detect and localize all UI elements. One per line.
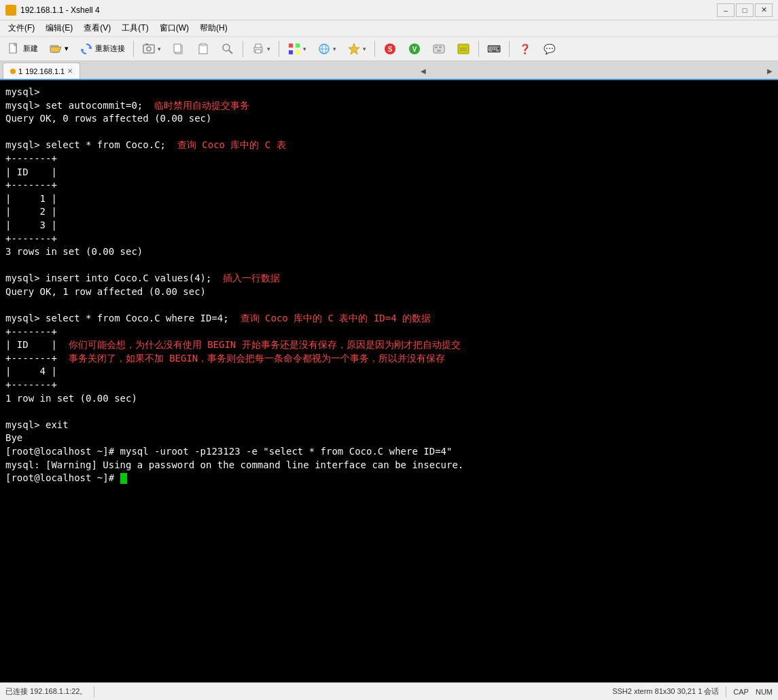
message-button[interactable]: 💬	[537, 39, 561, 59]
terminal[interactable]: mysql> mysql> set autocommit=0; 临时禁用自动提交…	[0, 80, 778, 682]
tab-number: 1	[18, 67, 22, 75]
screenshot-button[interactable]: ▾	[137, 39, 166, 59]
menu-edit[interactable]: 编辑(E)	[40, 21, 78, 35]
k2-icon	[457, 42, 470, 56]
svg-rect-1	[14, 43, 16, 46]
svg-rect-19	[296, 43, 300, 48]
close-button[interactable]: ✕	[755, 3, 773, 17]
svg-rect-16	[255, 44, 261, 48]
copy-icon	[172, 42, 185, 56]
line-1: mysql>	[5, 86, 40, 97]
line-18: +-------+ 事务关闭了，如果不加 BEGIN，事务则会把每一条命令都视为…	[5, 353, 445, 364]
line-25: mysql: [Warning] Using a password on the…	[5, 459, 463, 470]
menu-window[interactable]: 窗口(W)	[154, 21, 194, 35]
favorites-button[interactable]: ▾	[342, 39, 371, 59]
tab-host: 192.168.1.1	[25, 67, 65, 75]
toolbar-sep-4	[374, 41, 375, 57]
line-16: +-------+	[5, 326, 57, 337]
menu-help[interactable]: 帮助(H)	[194, 21, 233, 35]
print-icon	[251, 42, 265, 56]
toolbar: 新建 ▾ 重新连接 ▾ ▾	[0, 37, 778, 61]
tab-scroll-left[interactable]: ◀	[418, 63, 429, 79]
svg-rect-34	[458, 44, 469, 54]
svg-point-13	[223, 44, 230, 51]
line-8: | 1 |	[5, 193, 57, 204]
svg-point-7	[147, 47, 151, 51]
open-button[interactable]: ▾	[44, 39, 73, 59]
line-6: | ID |	[5, 167, 57, 177]
toolbar-sep-5	[478, 41, 479, 57]
line-blank-4	[5, 406, 11, 417]
line-blank-3	[5, 300, 11, 311]
line-blank-2	[5, 260, 11, 270]
find-button[interactable]	[216, 39, 239, 59]
session-tab[interactable]: 1 192.168.1.1 ✕	[3, 63, 80, 79]
tab-status-dot	[10, 69, 16, 74]
menu-view[interactable]: 查看(V)	[78, 21, 116, 35]
status-right: SSH2 xterm 81x30 30,21 1 会话 CAP NUM	[612, 686, 773, 697]
new-label: 新建	[23, 43, 38, 54]
network-icon	[317, 42, 331, 56]
tab-close-button[interactable]: ✕	[67, 67, 73, 75]
s-button[interactable]: S	[378, 39, 402, 59]
line-21: 1 row in set (0.00 sec)	[5, 393, 137, 404]
svg-rect-6	[145, 43, 148, 45]
help-icon: ❓	[518, 42, 531, 56]
k1-button[interactable]	[427, 39, 450, 59]
terminal-content: mysql> mysql> set autocommit=0; 临时禁用自动提交…	[5, 86, 773, 485]
svg-rect-32	[439, 46, 442, 48]
line-15: mysql> select * from Coco.C where ID=4; …	[5, 313, 431, 323]
k1-icon	[432, 42, 446, 56]
line-13: mysql> insert into Coco.C values(4); 插入一…	[5, 273, 280, 283]
toolbar-sep-6	[509, 41, 510, 57]
svg-rect-9	[174, 44, 181, 52]
window-title: 192.168.1.1 - Xshell 4	[20, 5, 717, 15]
k2-button[interactable]	[452, 39, 475, 59]
svg-rect-20	[289, 50, 293, 54]
copy-button[interactable]	[167, 39, 190, 59]
paste-button[interactable]	[192, 39, 215, 59]
caps-lock-indicator: CAP	[733, 688, 749, 696]
status-bar: 已连接 192.168.1.1:22。 SSH2 xterm 81x30 30,…	[0, 682, 778, 700]
open-label: ▾	[65, 44, 69, 53]
reconnect-label: 重新连接	[95, 43, 125, 54]
menu-file[interactable]: 文件(F)	[3, 21, 40, 35]
app-icon	[5, 5, 16, 16]
terminal-cursor	[120, 473, 127, 484]
v-icon: V	[408, 42, 421, 56]
line-12: 3 rows in set (0.00 sec)	[5, 246, 143, 257]
line-9: | 2 |	[5, 206, 57, 217]
line-24: [root@localhost ~]# mysql -uroot -p12312…	[5, 446, 452, 457]
maximize-button[interactable]: □	[736, 3, 754, 17]
print-button[interactable]: ▾	[247, 39, 275, 59]
new-icon	[7, 42, 21, 56]
svg-rect-30	[434, 45, 444, 53]
line-14: Query OK, 1 row affected (0.00 sec)	[5, 286, 206, 297]
help-button[interactable]: ❓	[513, 39, 536, 59]
line-3: Query OK, 0 rows affected (0.00 sec)	[5, 113, 211, 124]
line-7: +-------+	[5, 179, 57, 190]
svg-text:V: V	[412, 46, 417, 53]
keyboard-button[interactable]: ⌨	[482, 39, 506, 59]
menu-tools[interactable]: 工具(T)	[116, 21, 154, 35]
line-23: Bye	[5, 432, 22, 443]
num-lock-indicator: NUM	[756, 688, 773, 696]
svg-rect-5	[143, 45, 154, 53]
favorites-icon	[347, 42, 361, 56]
svg-rect-33	[437, 50, 441, 52]
svg-rect-11	[199, 45, 207, 54]
line-10: | 3 |	[5, 220, 57, 230]
session-info: SSH2 xterm 81x30 30,21 1 会话	[612, 686, 719, 697]
line-19: | 4 |	[5, 366, 57, 377]
reconnect-button[interactable]: 重新连接	[75, 39, 130, 59]
new-button[interactable]: 新建	[3, 39, 43, 59]
svg-text:S: S	[388, 46, 393, 53]
tab-scroll-right[interactable]: ▶	[764, 63, 775, 79]
network-dropdown: ▾	[333, 46, 336, 52]
network-button[interactable]: ▾	[313, 39, 341, 59]
v-button[interactable]: V	[403, 39, 426, 59]
tab-bar: 1 192.168.1.1 ✕ ◀ ▶	[0, 61, 778, 80]
color-button[interactable]: ▾	[283, 39, 311, 59]
minimize-button[interactable]: –	[717, 3, 735, 17]
screenshot-dropdown: ▾	[158, 46, 161, 52]
